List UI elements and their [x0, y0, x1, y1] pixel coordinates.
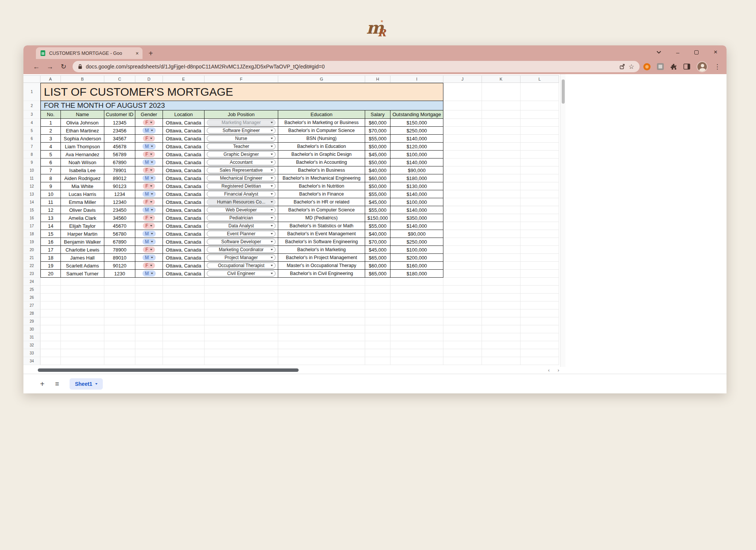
- row-header-4[interactable]: 4: [23, 119, 40, 127]
- empty-cell[interactable]: [521, 294, 559, 301]
- empty-cell[interactable]: [482, 254, 521, 262]
- empty-cell[interactable]: [135, 278, 163, 286]
- cell-education[interactable]: Bachelor's in Accounting: [278, 158, 365, 166]
- cell-location[interactable]: Ottawa, Canada: [163, 198, 204, 206]
- cell-job_position[interactable]: Sales Representative: [204, 166, 278, 174]
- cell-mortgage[interactable]: $100,000: [390, 151, 443, 158]
- empty-cell[interactable]: [278, 349, 365, 357]
- row-header-27[interactable]: 27: [23, 301, 40, 309]
- job-position-dropdown-chip[interactable]: Marketing Coordinator: [207, 247, 276, 253]
- empty-cell[interactable]: [443, 190, 482, 198]
- empty-cell[interactable]: [521, 151, 559, 158]
- empty-cell[interactable]: [135, 317, 163, 325]
- cell-salary[interactable]: $60,000: [365, 119, 390, 127]
- cell-gender[interactable]: M: [135, 206, 163, 214]
- table-header-education[interactable]: Education: [278, 110, 365, 119]
- column-header-F[interactable]: F: [204, 75, 278, 83]
- empty-cell[interactable]: [61, 357, 104, 365]
- empty-cell[interactable]: [163, 278, 204, 286]
- empty-cell[interactable]: [365, 357, 390, 365]
- empty-cell[interactable]: [482, 230, 521, 238]
- empty-cell[interactable]: [204, 309, 278, 317]
- job-position-dropdown-chip[interactable]: Project Manager: [207, 255, 276, 261]
- cell-no[interactable]: 20: [40, 270, 61, 278]
- job-position-dropdown-chip[interactable]: Occupational Therapist: [207, 263, 276, 269]
- cell-mortgage[interactable]: $100,000: [390, 246, 443, 254]
- empty-cell[interactable]: [521, 198, 559, 206]
- cell-customer_id[interactable]: 78900: [104, 246, 135, 254]
- cell-gender[interactable]: F: [135, 214, 163, 222]
- empty-cell[interactable]: [163, 333, 204, 341]
- cell-no[interactable]: 16: [40, 238, 61, 246]
- table-header-job_position[interactable]: Job Position: [204, 110, 278, 119]
- empty-cell[interactable]: [365, 278, 390, 286]
- empty-cell[interactable]: [482, 174, 521, 182]
- empty-cell[interactable]: [204, 325, 278, 333]
- tab-search-chevron-icon[interactable]: [657, 51, 661, 54]
- row-header-3[interactable]: 3: [23, 110, 40, 119]
- cell-location[interactable]: Ottawa, Canada: [163, 270, 204, 278]
- url-bar[interactable]: docs.google.com/spreadsheets/d/1JgFjgeI-…: [73, 61, 640, 72]
- empty-cell[interactable]: [521, 222, 559, 230]
- cell-job_position[interactable]: Event Planner: [204, 230, 278, 238]
- column-header-G[interactable]: G: [278, 75, 365, 83]
- empty-cell[interactable]: [521, 246, 559, 254]
- empty-cell[interactable]: [390, 357, 443, 365]
- vertical-scrollbar[interactable]: [560, 74, 565, 367]
- cell-job_position[interactable]: Graphic Designer: [204, 151, 278, 158]
- cell-education[interactable]: Bachelor's in Graphic Design: [278, 151, 365, 158]
- cell-education[interactable]: Bachelor's in Computer Science: [278, 206, 365, 214]
- job-position-dropdown-chip[interactable]: Event Planner: [207, 231, 276, 237]
- empty-cell[interactable]: [482, 190, 521, 198]
- empty-cell[interactable]: [40, 349, 61, 357]
- cell-name[interactable]: Lucas Harris: [61, 190, 104, 198]
- cell-location[interactable]: Ottawa, Canada: [163, 135, 204, 143]
- cell-location[interactable]: Ottawa, Canada: [163, 143, 204, 151]
- cell-job_position[interactable]: Marketing Coordinator: [204, 246, 278, 254]
- cell-gender[interactable]: F: [135, 119, 163, 127]
- empty-cell[interactable]: [204, 357, 278, 365]
- cell-salary[interactable]: $45,000: [365, 246, 390, 254]
- empty-cell[interactable]: [521, 214, 559, 222]
- gender-dropdown-chip[interactable]: F: [143, 183, 155, 189]
- cell-mortgage[interactable]: $250,000: [390, 127, 443, 135]
- empty-cell[interactable]: [521, 238, 559, 246]
- cell-gender[interactable]: M: [135, 143, 163, 151]
- empty-cell[interactable]: [443, 214, 482, 222]
- empty-cell[interactable]: [278, 309, 365, 317]
- table-header-name[interactable]: Name: [61, 110, 104, 119]
- cell-customer_id[interactable]: 34560: [104, 214, 135, 222]
- empty-cell[interactable]: [521, 317, 559, 325]
- cell-customer_id[interactable]: 90120: [104, 262, 135, 270]
- cell-job_position[interactable]: Pediatrician: [204, 214, 278, 222]
- cell-salary[interactable]: $150,000: [365, 214, 390, 222]
- empty-cell[interactable]: [278, 357, 365, 365]
- table-header-no[interactable]: No.: [40, 110, 61, 119]
- empty-cell[interactable]: [521, 206, 559, 214]
- cell-mortgage[interactable]: $140,000: [390, 135, 443, 143]
- empty-cell[interactable]: [61, 349, 104, 357]
- row-header-29[interactable]: 29: [23, 317, 40, 325]
- cell-no[interactable]: 2: [40, 127, 61, 135]
- cell-no[interactable]: 5: [40, 151, 61, 158]
- row-header-12[interactable]: 12: [23, 182, 40, 190]
- cell-job_position[interactable]: Project Manager: [204, 254, 278, 262]
- empty-cell[interactable]: [443, 143, 482, 151]
- empty-cell[interactable]: [61, 317, 104, 325]
- empty-cell[interactable]: [163, 301, 204, 309]
- job-position-dropdown-chip[interactable]: Human Resources Co...: [207, 199, 276, 205]
- row-header-8[interactable]: 8: [23, 151, 40, 158]
- empty-cell[interactable]: [104, 349, 135, 357]
- empty-cell[interactable]: [443, 151, 482, 158]
- cell-education[interactable]: Bachelor's in Statistics or Math: [278, 222, 365, 230]
- empty-cell[interactable]: [278, 294, 365, 301]
- cell-salary[interactable]: $45,000: [365, 151, 390, 158]
- row-header-18[interactable]: 18: [23, 230, 40, 238]
- empty-cell[interactable]: [278, 341, 365, 349]
- empty-cell[interactable]: [443, 254, 482, 262]
- cell-education[interactable]: Bachelor's in Mechanical Engineering: [278, 174, 365, 182]
- cell-education[interactable]: MD (Pediatrics): [278, 214, 365, 222]
- job-position-dropdown-chip[interactable]: Software Developer: [207, 239, 276, 245]
- empty-cell[interactable]: [204, 301, 278, 309]
- cell-mortgage[interactable]: $130,000: [390, 182, 443, 190]
